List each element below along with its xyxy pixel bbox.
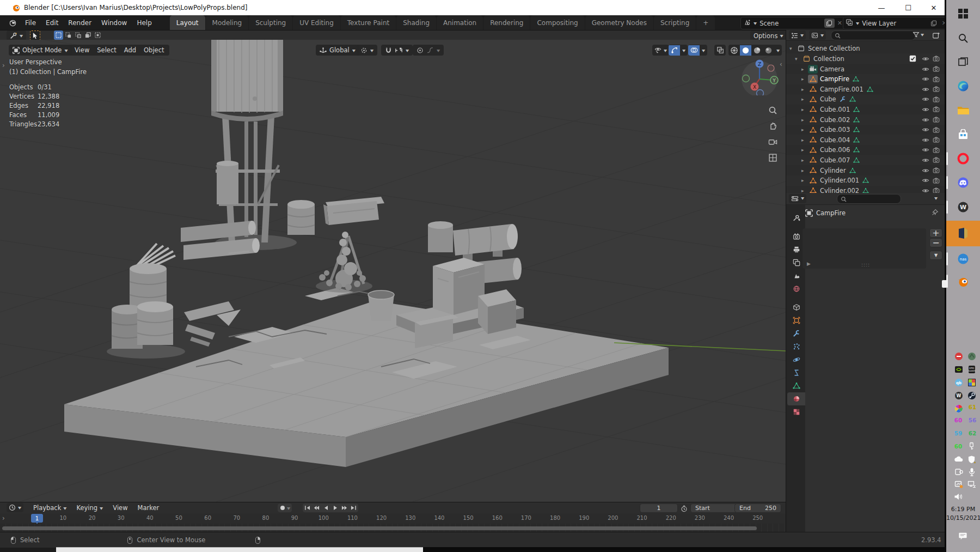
properties-editor-dropdown[interactable]: ▼ bbox=[789, 194, 806, 203]
menu-file[interactable]: File bbox=[20, 15, 41, 30]
select-intersect-tool[interactable] bbox=[93, 31, 102, 40]
object-name[interactable]: Cube.002 bbox=[820, 116, 850, 124]
workspace-tab-scripting[interactable]: Scripting bbox=[654, 15, 696, 30]
outliner-row[interactable]: ▸ Cylinder.002 bbox=[786, 185, 947, 193]
proportional-edit-controls[interactable]: ▼ bbox=[413, 45, 444, 56]
disclosure-arrow[interactable]: ▸ bbox=[801, 96, 808, 102]
workspace-tab-sculpting[interactable]: Sculpting bbox=[249, 15, 292, 30]
disclosure-arrow[interactable]: ▸ bbox=[801, 147, 808, 153]
properties-tab-tool[interactable] bbox=[787, 211, 805, 225]
zoom-view-icon[interactable] bbox=[767, 104, 779, 116]
transform-orientation-dropdown[interactable]: Global ▼ bbox=[316, 45, 359, 56]
new-collection-button[interactable] bbox=[932, 31, 940, 41]
workspace-tab-shading[interactable]: Shading bbox=[396, 15, 436, 30]
properties-tab-scene[interactable] bbox=[787, 269, 805, 282]
play-button[interactable] bbox=[330, 504, 340, 512]
workspace-tab-layout[interactable]: Layout bbox=[170, 15, 205, 30]
blender-taskbar-icon[interactable] bbox=[956, 274, 970, 288]
scene-collection-label[interactable]: Scene Collection bbox=[808, 45, 860, 52]
outliner-filter-image-dropdown[interactable]: ▼ bbox=[809, 31, 826, 40]
hide-eye-icon[interactable] bbox=[922, 106, 929, 113]
hide-eye-icon[interactable] bbox=[922, 167, 929, 174]
disable-render-camera-icon[interactable] bbox=[933, 187, 940, 193]
hide-eye-icon[interactable] bbox=[922, 136, 929, 144]
timeline-editor-dropdown[interactable]: ▼ bbox=[7, 503, 23, 512]
properties-tab-modifiers[interactable] bbox=[787, 327, 805, 340]
view-layer-selector[interactable]: ▼ View Layer ✕ bbox=[843, 17, 950, 29]
remove-material-slot-button[interactable]: − bbox=[929, 238, 942, 247]
object-name[interactable]: Cube.006 bbox=[820, 146, 850, 154]
end-frame-field[interactable]: End250 bbox=[734, 504, 781, 513]
mesh-object-icon[interactable] bbox=[808, 105, 818, 114]
disable-render-camera-icon[interactable] bbox=[933, 65, 940, 72]
breadcrumb-object-name[interactable]: CampFire bbox=[816, 209, 846, 217]
disable-render-camera-icon[interactable] bbox=[933, 126, 940, 134]
disable-render-camera-icon[interactable] bbox=[933, 167, 940, 174]
collection-row[interactable]: ▾ Collection bbox=[786, 53, 947, 64]
outliner-row[interactable]: ▸ Cube.007 bbox=[786, 155, 947, 165]
workspace-tab-geometry-nodes[interactable]: Geometry Nodes bbox=[585, 15, 653, 30]
water-tower-object[interactable] bbox=[211, 40, 297, 250]
disable-render-camera-icon[interactable] bbox=[933, 156, 940, 163]
pin-icon[interactable] bbox=[932, 209, 939, 217]
outliner-row[interactable]: ▸ Cube.003 bbox=[786, 125, 947, 135]
select-box-tool[interactable] bbox=[54, 31, 63, 40]
disable-render-camera-icon[interactable] bbox=[933, 106, 940, 113]
3d-scene[interactable] bbox=[0, 40, 786, 502]
timeline-collapse-arrow[interactable]: › bbox=[2, 514, 5, 522]
active-app-icon[interactable] bbox=[956, 226, 970, 240]
mesh-object-icon[interactable] bbox=[808, 176, 818, 185]
toolbar-collapse-arrow[interactable]: › bbox=[2, 62, 5, 69]
mesh-object-icon[interactable] bbox=[808, 116, 818, 124]
workspace-tab-modeling[interactable]: Modeling bbox=[206, 15, 249, 30]
maximize-button[interactable]: ☐ bbox=[897, 0, 920, 15]
workspace-tab--[interactable]: + bbox=[696, 15, 715, 30]
object-name[interactable]: Cylinder bbox=[820, 167, 846, 174]
task-view-button[interactable] bbox=[956, 55, 970, 69]
w-app-icon[interactable]: W bbox=[956, 200, 970, 214]
menu-window[interactable]: Window bbox=[96, 15, 132, 30]
mesh-object-icon[interactable] bbox=[808, 125, 818, 134]
viewport-menu-add[interactable]: Add bbox=[120, 46, 140, 54]
plank-stack-object[interactable] bbox=[323, 197, 384, 225]
green-app-tray-icon[interactable] bbox=[967, 351, 976, 361]
cloud-tray-icon[interactable] bbox=[954, 454, 963, 464]
workspace-tab-animation[interactable]: Animation bbox=[437, 15, 483, 30]
object-name[interactable]: Cube bbox=[820, 95, 836, 103]
bucket-object[interactable] bbox=[368, 290, 394, 321]
search-button[interactable] bbox=[956, 31, 970, 45]
properties-tab-constraints[interactable] bbox=[787, 366, 805, 379]
play-reverse-button[interactable] bbox=[321, 504, 330, 512]
workspace-tab-rendering[interactable]: Rendering bbox=[483, 15, 530, 30]
chevron-down-icon[interactable]: ▼ bbox=[934, 197, 938, 201]
notification-center-button[interactable] bbox=[958, 531, 967, 541]
wireframe-shading-button[interactable] bbox=[728, 45, 740, 56]
perspective-grid-icon[interactable] bbox=[767, 151, 779, 163]
mesh-object-icon[interactable] bbox=[808, 95, 818, 104]
hide-eye-icon[interactable] bbox=[922, 86, 929, 93]
blender-menu-icon[interactable] bbox=[5, 19, 20, 27]
select-difference-tool[interactable] bbox=[83, 31, 93, 40]
hide-eye-icon[interactable] bbox=[922, 55, 929, 63]
properties-search-input[interactable] bbox=[837, 194, 901, 204]
disclosure-arrow[interactable]: ▸ bbox=[801, 76, 808, 82]
hide-eye-icon[interactable] bbox=[922, 146, 929, 154]
object-name[interactable]: Cube.003 bbox=[820, 126, 850, 134]
disclosure-arrow[interactable]: ▸ bbox=[801, 127, 808, 132]
properties-tab-physics[interactable] bbox=[787, 353, 805, 366]
disclosure-arrow[interactable]: ▸ bbox=[801, 157, 808, 163]
properties-tab-object-data[interactable] bbox=[787, 379, 805, 392]
mesh-object-icon[interactable] bbox=[808, 136, 818, 144]
disable-render-camera-icon[interactable] bbox=[933, 116, 940, 123]
defender-tray-icon[interactable] bbox=[967, 454, 976, 464]
camera-view-icon[interactable] bbox=[767, 136, 779, 148]
timeline-scrollbar[interactable] bbox=[2, 526, 757, 530]
expand-arrow[interactable]: ▶ bbox=[807, 261, 811, 266]
hide-eye-icon[interactable] bbox=[922, 177, 929, 184]
next-keyframe-button[interactable] bbox=[340, 504, 349, 512]
microphone-tray-icon[interactable] bbox=[967, 467, 976, 476]
solid-shading-button[interactable] bbox=[740, 45, 751, 56]
navigation-gizmo[interactable]: Z X Y bbox=[739, 56, 779, 98]
object-name[interactable]: Cube.007 bbox=[820, 156, 850, 164]
viewport-menu-select[interactable]: Select bbox=[93, 46, 120, 54]
